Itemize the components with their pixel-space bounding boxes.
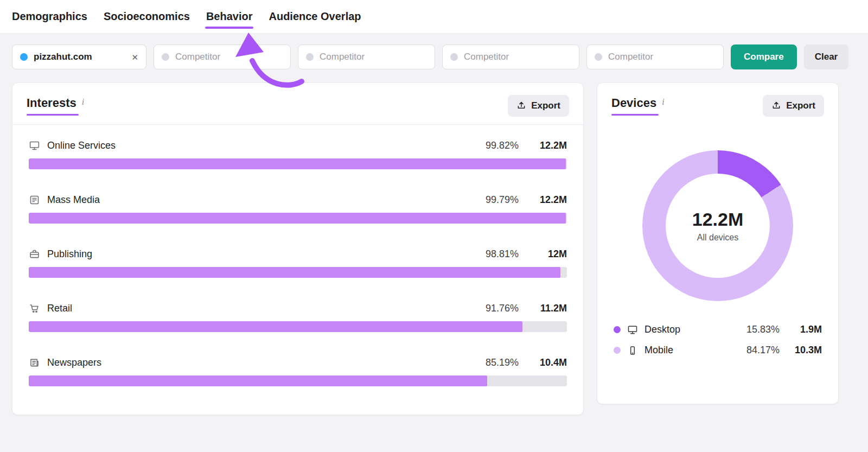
tab-demographics[interactable]: Demographics [12,1,87,33]
legend-dot-icon [614,326,621,333]
device-label: Desktop [644,324,680,335]
interests-header: Interests Export [12,83,583,125]
interests-card: Interests Export Online Services 99.82% … [12,82,584,415]
device-label: Mobile [644,345,673,356]
desktop-icon [627,324,638,335]
progress-bar-fill [29,321,522,332]
monitor-icon [29,140,40,151]
legend-row: Desktop 15.83% 1.9M [614,324,822,335]
competitor-placeholder: Competitor [175,52,220,62]
competitor-input-3[interactable]: Competitor [442,44,579,69]
main-content: Interests Export Online Services 99.82% … [0,69,868,415]
donut-center-label: All devices [697,233,738,243]
interest-value: 10.4M [526,357,567,368]
competitor-input-2[interactable]: Competitor [298,44,435,69]
interest-label: Mass Media [47,194,100,206]
tab-label: Behavior [206,10,253,22]
competitor-placeholder: Competitor [608,52,653,62]
filter-bar: pizzahut.com Competitor Competitor Compe… [0,34,868,69]
interest-row: Retail 91.76% 11.2M [29,303,567,332]
tab-label: Demographics [12,10,87,22]
competitor-dot-icon [162,53,169,61]
interest-value: 12M [526,249,567,260]
info-icon[interactable] [662,97,664,107]
interest-percent: 99.79% [470,194,519,206]
legend-row: Mobile 84.17% 10.3M [614,345,822,356]
domain-dot-icon [20,53,28,61]
interest-value: 12.2M [526,140,567,151]
tab-audience-overlap[interactable]: Audience Overlap [269,1,361,33]
progress-bar-fill [29,267,560,278]
interests-list: Online Services 99.82% 12.2M Mass Media … [12,125,583,415]
progress-bar-fill [29,213,566,224]
compare-button[interactable]: Compare [731,44,797,69]
progress-bar-track [29,375,567,386]
interest-label: Retail [47,303,72,314]
export-label: Export [531,100,560,111]
interest-percent: 98.81% [470,249,519,260]
briefcase-icon [29,249,40,260]
interests-title: Interests [27,96,76,116]
devices-card: Devices Export 12.2M All devices Desktop… [597,82,839,404]
interest-row: Online Services 99.82% 12.2M [29,140,567,169]
interest-percent: 99.82% [470,140,519,151]
interest-value: 11.2M [526,303,567,314]
clear-button[interactable]: Clear [804,44,849,69]
newspaper-icon [29,357,40,368]
donut-center: 12.2M All devices [666,174,770,278]
competitor-dot-icon [306,53,314,61]
domain-value: pizzahut.com [34,52,92,62]
competitor-dot-icon [595,53,602,61]
interest-row: Publishing 98.81% 12M [29,249,567,278]
competitor-input-1[interactable]: Competitor [154,44,291,69]
domain-input[interactable]: pizzahut.com [12,44,146,69]
competitor-dot-icon [450,53,458,61]
interest-percent: 85.19% [470,357,519,368]
progress-bar-fill [29,158,566,169]
tab-label: Audience Overlap [269,10,361,22]
progress-bar-track [29,321,567,332]
competitor-placeholder: Competitor [320,52,365,62]
interest-value: 12.2M [526,194,567,206]
interests-export-button[interactable]: Export [508,95,569,117]
tab-socioeconomics[interactable]: Socioeconomics [104,1,190,33]
interest-label: Online Services [47,140,116,151]
mobile-icon [627,345,638,356]
devices-donut-chart: 12.2M All devices [642,150,793,301]
progress-bar-fill [29,375,487,386]
donut-center-value: 12.2M [692,209,744,230]
close-icon[interactable] [131,53,138,61]
devices-header: Devices Export [597,83,838,124]
interest-row: Mass Media 99.79% 12.2M [29,194,567,224]
device-percent: 84.17% [734,345,780,356]
interest-percent: 91.76% [470,303,519,314]
device-value: 10.3M [786,345,822,356]
cart-icon [29,303,40,314]
progress-bar-track [29,213,567,224]
export-icon [516,101,526,111]
top-tabs: Demographics Socioeconomics Behavior Aud… [0,0,868,34]
info-icon[interactable] [82,97,84,107]
device-value: 1.9M [786,324,822,335]
export-icon [771,101,781,111]
device-percent: 15.83% [734,324,780,335]
interest-label: Newspapers [47,357,101,368]
devices-export-button[interactable]: Export [763,95,824,117]
tab-label: Socioeconomics [104,10,190,22]
export-label: Export [786,100,815,111]
progress-bar-track [29,158,567,169]
tab-behavior[interactable]: Behavior [206,1,253,33]
progress-bar-track [29,267,567,278]
devices-legend: Desktop 15.83% 1.9M Mobile 84.17% 10.3M [597,301,838,404]
mass-media-icon [29,194,40,206]
legend-dot-icon [614,347,621,354]
competitor-input-4[interactable]: Competitor [586,44,724,69]
devices-title: Devices [611,96,656,116]
interest-row: Newspapers 85.19% 10.4M [29,357,567,386]
interest-label: Publishing [47,249,92,260]
competitor-placeholder: Competitor [464,52,509,62]
